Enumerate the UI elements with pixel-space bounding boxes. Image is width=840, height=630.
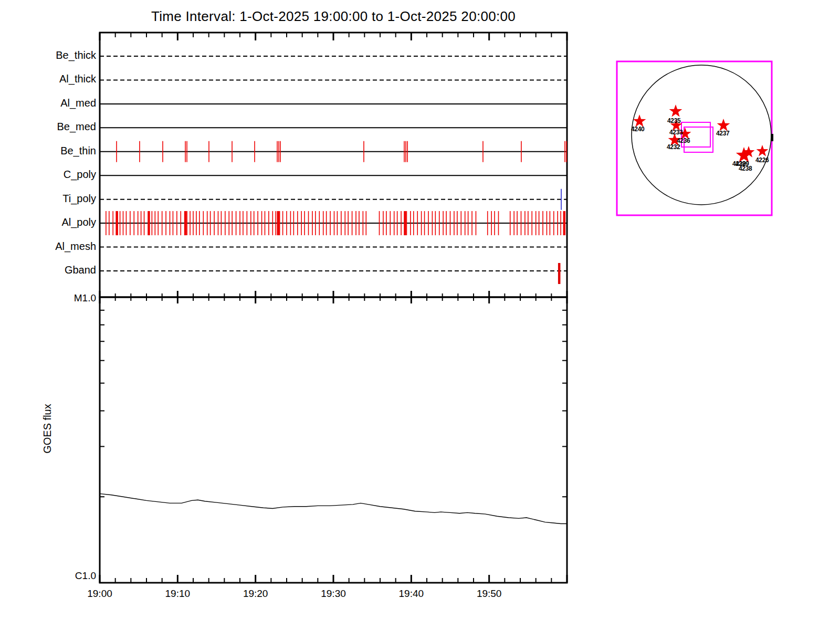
active-region-star — [757, 145, 769, 156]
filter-row-label: Ti_poly — [10, 193, 96, 205]
active-region-label: 4232 — [667, 143, 680, 151]
time-axis-ticks — [100, 33, 567, 583]
time-tick-label: 19:10 — [154, 588, 201, 600]
goes-ymax-label: M1.0 — [12, 292, 96, 304]
filter-row-label: Be_thin — [10, 145, 96, 157]
active-region-label: 4238 — [739, 165, 752, 172]
goes-y-ticks — [100, 310, 567, 497]
filter-row-label: Be_med — [10, 121, 96, 133]
active-region-star — [717, 119, 730, 131]
filter-timeline-rows — [100, 56, 567, 284]
goes-flux-curve — [100, 494, 567, 523]
active-region-star — [669, 104, 682, 117]
active-region-label: 4240 — [631, 125, 645, 133]
filter-row-label: Al_thick — [10, 73, 96, 85]
page-title: Time Interval: 1-Oct-2025 19:00:00 to 1-… — [100, 8, 567, 25]
time-tick-label: 19:30 — [310, 588, 357, 600]
time-tick-label: 19:40 — [387, 588, 435, 600]
time-tick-label: 19:50 — [466, 588, 513, 600]
plot-graphics — [0, 0, 840, 630]
filter-row-label: Gband — [10, 264, 96, 276]
solar-disk-inset — [617, 61, 773, 215]
filter-row-label: Be_thick — [10, 49, 96, 61]
active-region-label: 4237 — [716, 130, 730, 137]
panel-frames — [100, 33, 567, 583]
time-tick-label: 19:00 — [76, 588, 123, 600]
limb-edge-mark — [771, 134, 773, 141]
goes-axis-title: GOES flux — [41, 350, 54, 508]
filter-row-label: Al_poly — [10, 216, 96, 228]
active-region-label: 4226 — [755, 156, 769, 164]
goes-ymin-label: C1.0 — [12, 570, 96, 582]
inset-border — [617, 61, 772, 215]
filter-row-label: Al_med — [10, 97, 96, 109]
solar-limb-circle — [632, 65, 771, 205]
plot-canvas: Time Interval: 1-Oct-2025 19:00:00 to 1-… — [0, 0, 840, 630]
active-region-star — [633, 114, 646, 127]
filter-row-label: C_poly — [10, 169, 96, 181]
active-region-label: 4235 — [667, 117, 681, 124]
filter-row-label: Al_mesh — [10, 240, 96, 253]
active-region-label: 4233 — [669, 129, 683, 136]
time-tick-label: 19:20 — [232, 588, 279, 600]
